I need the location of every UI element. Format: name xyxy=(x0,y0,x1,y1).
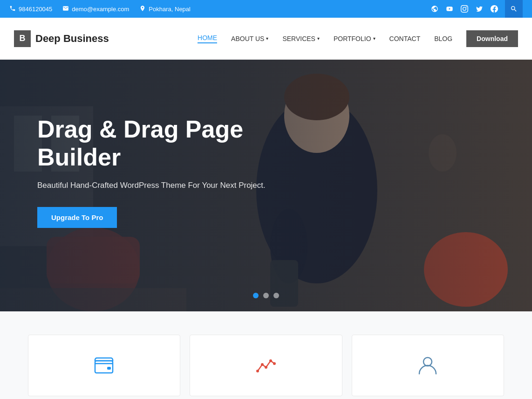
svg-point-21 xyxy=(273,362,276,365)
svg-rect-16 xyxy=(107,367,111,370)
svg-point-22 xyxy=(423,358,432,366)
header: B Deep Business HOME ABOUT US ▾ SERVICES… xyxy=(0,18,532,60)
phone-text: 9846120045 xyxy=(19,6,52,13)
instagram-icon[interactable] xyxy=(460,5,469,13)
nav-about-label: ABOUT US xyxy=(231,35,264,42)
chevron-down-icon: ▾ xyxy=(266,36,268,41)
nav-home[interactable]: HOME xyxy=(198,34,217,43)
nav-about[interactable]: ABOUT US ▾ xyxy=(231,35,268,42)
main-nav: HOME ABOUT US ▾ SERVICES ▾ PORTFOLIO ▾ C… xyxy=(198,30,518,47)
logo-letter: B xyxy=(20,34,26,43)
card-chart xyxy=(190,335,342,396)
download-button[interactable]: Download xyxy=(466,30,518,47)
logo-name: Deep Business xyxy=(35,33,109,45)
user-icon xyxy=(416,354,439,377)
chevron-down-icon: ▾ xyxy=(373,36,375,41)
nav-portfolio[interactable]: PORTFOLIO ▾ xyxy=(334,35,375,42)
nav-blog[interactable]: BLOG xyxy=(434,35,452,42)
svg-point-19 xyxy=(265,366,267,369)
nav-contact-label: CONTACT xyxy=(389,35,421,42)
chart-icon xyxy=(254,354,278,377)
svg-point-20 xyxy=(269,359,272,362)
hero-content: Drag & Drag Page Builder Beautiful Hand-… xyxy=(0,60,303,284)
card-wallet xyxy=(28,335,180,396)
twitter-icon[interactable] xyxy=(475,5,484,13)
hero-dots xyxy=(253,293,279,298)
hero-section: Drag & Drag Page Builder Beautiful Hand-… xyxy=(0,60,532,311)
search-button[interactable] xyxy=(505,0,523,18)
svg-point-18 xyxy=(261,363,264,366)
hero-title: Drag & Drag Page Builder xyxy=(37,116,266,172)
top-bar-left: 9846120045 demo@example.com Pokhara, Nep… xyxy=(9,5,191,13)
email-text: demo@example.com xyxy=(72,6,129,13)
youtube-icon[interactable] xyxy=(445,5,454,13)
email-icon xyxy=(62,5,69,13)
nav-home-label: HOME xyxy=(198,34,217,41)
location-text: Pokhara, Nepal xyxy=(149,6,191,13)
location-item: Pokhara, Nepal xyxy=(139,5,191,13)
logo-box: B xyxy=(14,30,31,47)
nav-services[interactable]: SERVICES ▾ xyxy=(282,35,320,42)
top-bar: 9846120045 demo@example.com Pokhara, Nep… xyxy=(0,0,532,18)
facebook-icon[interactable] xyxy=(490,5,498,13)
svg-point-17 xyxy=(256,370,259,372)
nav-blog-label: BLOG xyxy=(434,35,452,42)
nav-contact[interactable]: CONTACT xyxy=(389,35,421,42)
nav-services-label: SERVICES xyxy=(282,35,315,42)
card-user xyxy=(352,335,504,396)
nav-portfolio-label: PORTFOLIO xyxy=(334,35,371,42)
location-icon xyxy=(139,5,146,13)
hero-subtitle: Beautiful Hand-Crafted WordPress Theme F… xyxy=(37,181,266,190)
phone-item: 9846120045 xyxy=(9,5,52,13)
email-item: demo@example.com xyxy=(62,5,129,13)
hero-dot-2[interactable] xyxy=(263,293,269,298)
phone-icon xyxy=(9,5,16,13)
svg-rect-15 xyxy=(95,361,113,373)
cards-section xyxy=(0,311,532,399)
wordpress-icon[interactable] xyxy=(430,5,439,13)
top-bar-right xyxy=(430,0,523,18)
logo[interactable]: B Deep Business xyxy=(14,30,109,47)
wallet-icon xyxy=(93,354,116,377)
hero-dot-1[interactable] xyxy=(253,293,259,298)
upgrade-button[interactable]: Upgrade To Pro xyxy=(37,207,117,228)
chevron-down-icon: ▾ xyxy=(317,36,320,41)
hero-dot-3[interactable] xyxy=(273,293,279,298)
